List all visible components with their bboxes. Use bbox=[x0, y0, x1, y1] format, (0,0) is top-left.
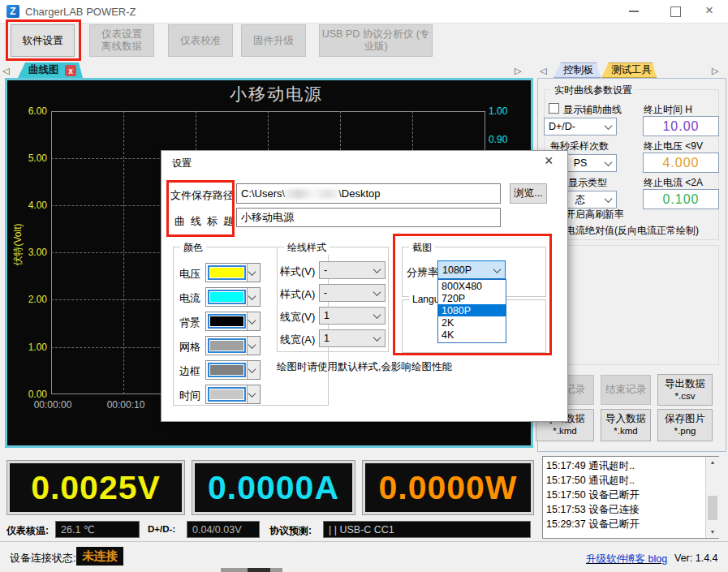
software-settings-label: 软件设置 bbox=[23, 35, 63, 47]
resolution-value: 1080P bbox=[442, 264, 472, 276]
chevron-down-icon[interactable] bbox=[247, 385, 260, 403]
dialog-close-icon[interactable]: × bbox=[545, 153, 554, 170]
time-color-select[interactable] bbox=[205, 385, 261, 404]
current-color-select[interactable] bbox=[205, 287, 261, 307]
style-row-label: 线宽(A) bbox=[280, 333, 315, 347]
style-a-select[interactable]: - bbox=[319, 284, 386, 302]
core-temp-label: 仪表核温: bbox=[6, 524, 49, 538]
tab-close-icon[interactable]: x bbox=[65, 65, 76, 76]
voltage-color-select[interactable] bbox=[205, 263, 261, 282]
style-v-select[interactable]: - bbox=[319, 261, 386, 279]
log-scrollbar[interactable]: ▲ ▼ bbox=[705, 457, 719, 538]
y-tick: 4.00 bbox=[21, 200, 47, 211]
upgrade-link[interactable]: 升级软件 bbox=[586, 553, 627, 566]
import-kmd-button[interactable]: 导入数据 *.kmd bbox=[601, 409, 651, 441]
chevron-down-icon bbox=[373, 333, 381, 342]
color-row-label: 时间 bbox=[179, 389, 200, 403]
chevron-down-icon[interactable] bbox=[247, 312, 260, 330]
right-tabs-scroll-left-icon[interactable]: ◁ bbox=[540, 66, 546, 76]
window-close-icon[interactable]: × bbox=[705, 2, 713, 19]
chevron-down-icon[interactable] bbox=[247, 288, 260, 306]
x-tick: 00:00:10 bbox=[102, 399, 149, 411]
calibration-label: 仪表校准 bbox=[180, 35, 221, 47]
export-csv-button[interactable]: 导出数据 *.csv bbox=[657, 374, 713, 406]
stop-voltage-input[interactable]: 4.000 bbox=[643, 153, 719, 173]
resolution-option[interactable]: 4K bbox=[438, 329, 506, 341]
left-tabs-scroll-left-icon[interactable]: ◁ bbox=[2, 66, 9, 76]
line-style-group-title: 绘线样式 bbox=[284, 241, 330, 255]
color-swatch bbox=[208, 290, 246, 304]
tab-control-panel[interactable]: 控制板 bbox=[554, 62, 601, 78]
save-png-button[interactable]: 保存图片 *.png bbox=[657, 409, 713, 441]
color-row-label: 背景 bbox=[179, 316, 200, 330]
chevron-down-icon bbox=[493, 265, 502, 273]
background-color-select[interactable] bbox=[205, 312, 261, 331]
grid-color-select[interactable] bbox=[205, 336, 261, 355]
voltage-value: 0.0025V bbox=[31, 469, 161, 507]
connection-status-label: 设备连接状态: bbox=[10, 551, 76, 566]
browse-button[interactable]: 浏览... bbox=[510, 183, 547, 204]
resolution-option[interactable]: 800X480 bbox=[438, 280, 506, 292]
sample-rate-value: PS bbox=[574, 157, 588, 169]
software-settings-button[interactable]: 软件设置 bbox=[11, 24, 75, 57]
border-color-select[interactable] bbox=[205, 360, 261, 380]
style-row-label: 样式(V) bbox=[280, 264, 315, 279]
chevron-down-icon bbox=[373, 311, 381, 319]
stop-time-input[interactable]: 10.00 bbox=[643, 116, 719, 136]
blog-link[interactable]: 博客 blog bbox=[625, 553, 667, 566]
left-tabs-scroll-right-icon[interactable]: ▷ bbox=[515, 66, 521, 76]
scroll-down-icon[interactable]: ▼ bbox=[706, 527, 719, 538]
core-temp-field: 26.1 ℃ bbox=[55, 521, 140, 538]
resolution-dropdown-list: 800X480 720P 1080P 2K 4K bbox=[437, 279, 506, 343]
calibration-button: 仪表校准 bbox=[168, 24, 233, 57]
meter-setup-line1: 仪表设置 bbox=[101, 28, 142, 41]
aux-curve-checkbox[interactable] bbox=[549, 103, 559, 114]
chevron-down-icon[interactable] bbox=[247, 361, 260, 379]
save-path-input[interactable]: C:\Users\\Desktop bbox=[236, 183, 501, 204]
tab-test-label: 测试工具 bbox=[611, 63, 652, 77]
log-line: 15:17:50 设备已断开 bbox=[546, 488, 715, 502]
app-logo-icon: Z bbox=[6, 5, 19, 18]
export-kmd-line2: *.kmd bbox=[553, 425, 576, 437]
maximize-icon[interactable] bbox=[670, 6, 681, 17]
dpdm-value: 0.04/0.03V bbox=[192, 524, 241, 535]
stop-current-value: 0.100 bbox=[662, 192, 699, 207]
resolution-option[interactable]: 720P bbox=[438, 292, 506, 304]
resolution-option-selected[interactable]: 1080P bbox=[438, 304, 506, 316]
width-a-select[interactable]: 1 bbox=[319, 329, 386, 347]
chevron-down-icon bbox=[373, 288, 381, 296]
save-path-suffix: \Desktop bbox=[338, 187, 380, 200]
app-window: Z ChargerLAB POWER-Z × 软件设置 仪表设置 离线数据 仪表… bbox=[0, 0, 728, 572]
scroll-up-icon[interactable]: ▲ bbox=[706, 457, 719, 468]
stop-current-input[interactable]: 0.100 bbox=[643, 189, 719, 209]
footer-divider bbox=[0, 541, 728, 542]
y-tick: 0.00 bbox=[21, 389, 47, 400]
chevron-down-icon bbox=[605, 122, 613, 130]
connection-status-value: 未连接 bbox=[82, 548, 118, 564]
scrollbar-thumb[interactable] bbox=[708, 496, 717, 520]
resolution-select[interactable]: 1080P bbox=[437, 260, 506, 279]
window-title: ChargerLAB POWER-Z bbox=[25, 6, 136, 18]
width-v-select[interactable]: 1 bbox=[319, 307, 386, 325]
colors-group-title: 颜色 bbox=[180, 241, 206, 255]
tab-curve-label: 曲线图 bbox=[28, 63, 59, 77]
chevron-down-icon[interactable] bbox=[247, 337, 260, 355]
display-type-label: 显示类型 bbox=[568, 176, 607, 190]
curve-title-input[interactable]: 小移动电源 bbox=[236, 208, 501, 227]
resolution-option[interactable]: 2K bbox=[438, 316, 506, 329]
stop-time-label: 终止时间 H bbox=[644, 103, 692, 117]
minimize-icon[interactable] bbox=[629, 11, 639, 12]
right-tabs-scroll-right-icon[interactable]: ▷ bbox=[712, 66, 718, 76]
event-log[interactable]: 15:17:49 通讯超时.. 15:17:50 通讯超时.. 15:17:50… bbox=[542, 456, 719, 539]
chevron-down-icon bbox=[605, 195, 613, 203]
current-value: 0.0000A bbox=[208, 469, 339, 507]
redacted-username bbox=[285, 189, 338, 199]
curve-title-label: 曲线标题 bbox=[174, 214, 239, 229]
browse-label: 浏览... bbox=[514, 187, 542, 200]
save-path-prefix: C:\Users\ bbox=[241, 187, 285, 200]
aux-source-select[interactable]: D+/D- bbox=[544, 118, 617, 135]
y-tick: 3.00 bbox=[21, 247, 47, 258]
chevron-down-icon[interactable] bbox=[247, 264, 260, 282]
abs-current-label: 电流绝对值(反向电流正常绘制) bbox=[566, 224, 699, 238]
tab-test-tools[interactable]: 测试工具 bbox=[601, 62, 657, 78]
